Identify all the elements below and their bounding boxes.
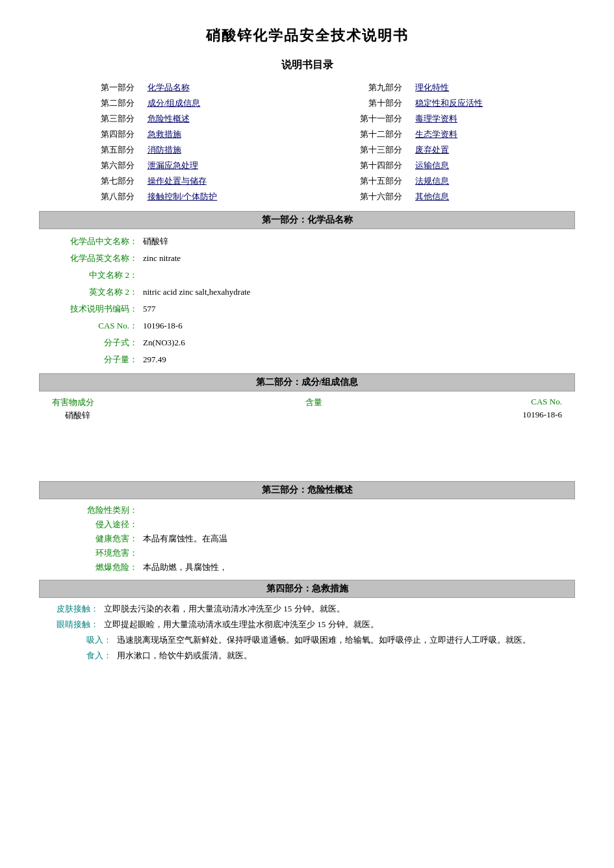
comp-header-2: 含量 <box>169 397 458 408</box>
inhale-value: 迅速脱离现场至空气新鲜处。保持呼吸道通畅。如呼吸困难，给输氧。如呼吸停止，立即进… <box>117 634 575 646</box>
toc-name[interactable]: 化学品名称 <box>142 80 307 95</box>
skin-label: 皮肤接触： <box>39 603 104 615</box>
explosion-label: 燃爆危险： <box>39 562 143 573</box>
cn-name-value: 硝酸锌 <box>143 236 168 247</box>
toc-row: 第五部分消防措施第十三部分废弃处置 <box>39 142 575 158</box>
first-aid-section: 皮肤接触： 立即脱去污染的衣着，用大量流动清水冲洗至少 15 分钟。就医。 眼睛… <box>39 603 575 662</box>
toc-name[interactable]: 成分/组成信息 <box>142 95 307 111</box>
toc-name2[interactable]: 废弃处置 <box>410 142 575 158</box>
eye-row: 眼睛接触： 立即提起眼睑，用大量流动清水或生理盐水彻底冲洗至少 15 分钟。就医… <box>39 619 575 630</box>
skin-value: 立即脱去污染的衣着，用大量流动清水冲洗至少 15 分钟。就医。 <box>104 603 575 615</box>
eat-label: 食入： <box>78 650 117 662</box>
toc-num: 第三部分 <box>39 111 142 127</box>
composition-section: 有害物成分 含量 CAS No. 硝酸锌 10196-18-6 <box>39 397 575 421</box>
toc-num: 第一部分 <box>39 80 142 95</box>
skin-row: 皮肤接触： 立即脱去污染的衣着，用大量流动清水冲洗至少 15 分钟。就医。 <box>39 603 575 615</box>
formula-row: 分子式： Zn(NO3)2.6 <box>39 336 575 350</box>
toc-name[interactable]: 操作处置与储存 <box>142 173 307 189</box>
cas-row: CAS No.： 10196-18-6 <box>39 319 575 333</box>
health-label: 健康危害： <box>39 533 143 545</box>
cn-name-label: 化学品中文名称： <box>39 236 143 247</box>
comp-content-1 <box>169 410 458 421</box>
eat-row: 食入： 用水漱口，给饮牛奶或蛋清。就医。 <box>39 650 575 662</box>
toc-name2[interactable]: 生态学资料 <box>410 127 575 142</box>
mol-weight-row: 分子量： 297.49 <box>39 353 575 367</box>
formula-label: 分子式： <box>39 337 143 349</box>
en-name2-value: nitric acid zinc salt,hexahydrate <box>143 287 250 297</box>
explosion-value: 本品助燃，具腐蚀性， <box>143 562 227 573</box>
toc-row: 第二部分成分/组成信息第十部分稳定性和反应活性 <box>39 95 575 111</box>
toc-num: 第二部分 <box>39 95 142 111</box>
toc-name2[interactable]: 法规信息 <box>410 173 575 189</box>
cas-label: CAS No.： <box>39 320 143 332</box>
toc-name[interactable]: 急救措施 <box>142 127 307 142</box>
en-name-row: 化学品英文名称： zinc nitrate <box>39 251 575 266</box>
toc-num2: 第九部分 <box>307 80 410 95</box>
page-container: 硝酸锌化学品安全技术说明书 说明书目录 第一部分化学品名称第九部分理化特性第二部… <box>0 0 614 868</box>
toc-name[interactable]: 泄漏应急处理 <box>142 158 307 173</box>
toc-row: 第一部分化学品名称第九部分理化特性 <box>39 80 575 95</box>
section3-divider: 第三部分：危险性概述 <box>39 481 575 499</box>
toc-num: 第六部分 <box>39 158 142 173</box>
tech-code-label: 技术说明书编码： <box>39 303 143 315</box>
hazard-type-row: 危险性类别： <box>39 504 575 516</box>
entry-label: 侵入途径： <box>39 519 143 530</box>
toc-name2[interactable]: 理化特性 <box>410 80 575 95</box>
en-name2-label: 英文名称 2： <box>39 286 143 298</box>
comp-row-1: 硝酸锌 10196-18-6 <box>39 410 575 421</box>
toc-num: 第八部分 <box>39 189 142 205</box>
mol-weight-value: 297.49 <box>143 354 166 365</box>
danger-section: 危险性类别： 侵入途径： 健康危害： 本品有腐蚀性。在高温 环境危害： 燃爆危险… <box>39 504 575 573</box>
en-name2-row: 英文名称 2： nitric acid zinc salt,hexahydrat… <box>39 285 575 299</box>
toc-num2: 第十一部分 <box>307 111 410 127</box>
toc-num: 第五部分 <box>39 142 142 158</box>
toc-title: 说明书目录 <box>39 58 575 72</box>
health-value: 本品有腐蚀性。在高温 <box>143 533 227 545</box>
section4-divider: 第四部分：急救措施 <box>39 580 575 598</box>
eye-value: 立即提起眼睑，用大量流动清水或生理盐水彻底冲洗至少 15 分钟。就医。 <box>104 619 575 630</box>
toc-num2: 第十二部分 <box>307 127 410 142</box>
comp-header-1: 有害物成分 <box>39 397 169 408</box>
cn-name-row: 化学品中文名称： 硝酸锌 <box>39 234 575 249</box>
main-title: 硝酸锌化学品安全技术说明书 <box>39 26 575 45</box>
toc-name[interactable]: 接触控制/个体防护 <box>142 189 307 205</box>
toc-num2: 第十六部分 <box>307 189 410 205</box>
cas-value: 10196-18-6 <box>143 321 183 331</box>
composition-header: 有害物成分 含量 CAS No. <box>39 397 575 408</box>
formula-value: Zn(NO3)2.6 <box>143 338 185 348</box>
cn-name2-row: 中文名称 2： <box>39 268 575 282</box>
toc-name[interactable]: 危险性概述 <box>142 111 307 127</box>
en-name-value: zinc nitrate <box>143 253 181 264</box>
explosion-row: 燃爆危险： 本品助燃，具腐蚀性， <box>39 562 575 573</box>
tech-code-value: 577 <box>143 304 156 314</box>
comp-name-1: 硝酸锌 <box>39 410 169 421</box>
hazard-type-label: 危险性类别： <box>39 504 143 516</box>
comp-header-3: CAS No. <box>458 397 575 408</box>
en-name-label: 化学品英文名称： <box>39 253 143 264</box>
toc-name2[interactable]: 运输信息 <box>410 158 575 173</box>
toc-row: 第八部分接触控制/个体防护第十六部分其他信息 <box>39 189 575 205</box>
toc-row: 第三部分危险性概述第十一部分毒理学资料 <box>39 111 575 127</box>
toc-row: 第六部分泄漏应急处理第十四部分运输信息 <box>39 158 575 173</box>
toc-num2: 第十三部分 <box>307 142 410 158</box>
toc-name2[interactable]: 稳定性和反应活性 <box>410 95 575 111</box>
section1-divider: 第一部分：化学品名称 <box>39 211 575 229</box>
toc-name2[interactable]: 其他信息 <box>410 189 575 205</box>
env-label: 环境危害： <box>39 547 143 559</box>
toc-num2: 第十四部分 <box>307 158 410 173</box>
toc-name2[interactable]: 毒理学资料 <box>410 111 575 127</box>
toc-num2: 第十五部分 <box>307 173 410 189</box>
toc-num: 第四部分 <box>39 127 142 142</box>
toc-row: 第七部分操作处置与储存第十五部分法规信息 <box>39 173 575 189</box>
eye-label: 眼睛接触： <box>39 619 104 630</box>
empty-area <box>39 423 575 475</box>
health-row: 健康危害： 本品有腐蚀性。在高温 <box>39 533 575 545</box>
section2-divider: 第二部分：成分/组成信息 <box>39 373 575 391</box>
toc-name[interactable]: 消防措施 <box>142 142 307 158</box>
comp-cas-1: 10196-18-6 <box>458 410 575 421</box>
env-row: 环境危害： <box>39 547 575 559</box>
tech-code-row: 技术说明书编码： 577 <box>39 302 575 316</box>
mol-weight-label: 分子量： <box>39 354 143 366</box>
toc-row: 第四部分急救措施第十二部分生态学资料 <box>39 127 575 142</box>
toc-table: 第一部分化学品名称第九部分理化特性第二部分成分/组成信息第十部分稳定性和反应活性… <box>39 80 575 205</box>
